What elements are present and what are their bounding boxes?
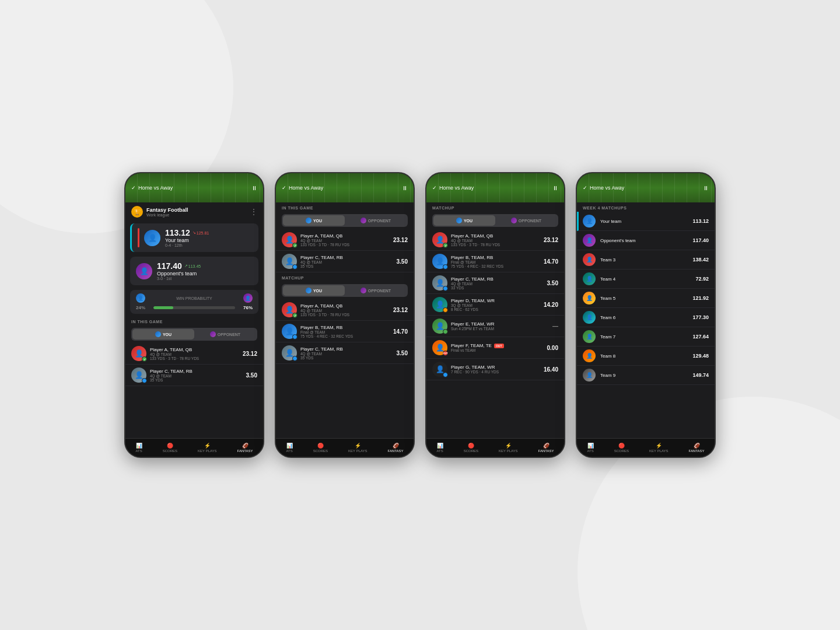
opponent-toggle-3[interactable]: OPPONENT <box>495 215 557 226</box>
week4-team-1[interactable]: 👤 Your team 113.12 <box>577 212 715 231</box>
win-prob-bar <box>153 306 235 309</box>
nav-key-plays-1[interactable]: ⚡ KEY PLAYS <box>198 443 216 453</box>
league-info: 🏆 Fantasy Football Work league <box>131 206 188 218</box>
opponent-record: 3-0 · 1st <box>157 276 253 281</box>
league-text: Fantasy Football Work league <box>146 207 188 217</box>
win-prob-title: WIN PROBABILITY <box>145 296 243 300</box>
live-indicator <box>138 228 139 247</box>
phone-4-content: WEEK 4 MATCHUPS 👤 Your team 113.12 👤 Opp… <box>577 202 715 438</box>
player-1b-name: Player C, TEAM, RB <box>150 369 243 374</box>
p3-player-4[interactable]: 👤 Player D, TEAM, WR 3Q @ TEAM 8 REC · 6… <box>426 294 564 316</box>
phone-4: ✓ Home vs Away ⏸ WEEK 4 MATCHUPS 👤 Your … <box>576 172 716 458</box>
opponent-score-info: 117.40 ↗ 113.45 Opponent's team 3-0 · 1s… <box>157 261 253 281</box>
nav-key-plays-3[interactable]: ⚡KEY PLAYS <box>499 443 517 453</box>
nav-fantasy-1[interactable]: 🏈 FANTASY <box>237 443 253 453</box>
nav-ats-4[interactable]: 📊ATS <box>587 443 594 453</box>
chevron-icon-1: ✓ <box>131 185 136 191</box>
week4-team-2[interactable]: 👤 Opponent's team 117.40 <box>577 231 715 250</box>
nav-scores-1[interactable]: 🔴 SCORES <box>163 443 177 453</box>
phone-2-header: ✓ Home vs Away ⏸ <box>276 173 414 202</box>
opponent-team-card[interactable]: 👤 117.40 ↗ 113.45 Opponent's team 3-0 · … <box>130 257 258 285</box>
player-1a-details: 4Q @ TEAM <box>150 352 239 356</box>
week4-team-3[interactable]: 👤 Team 3 138.42 <box>577 250 715 270</box>
week4-team-6[interactable]: 👤 Team 6 177.30 <box>577 308 715 327</box>
player-1a-avatar: 👤 ✓ <box>131 346 146 361</box>
you-toggle-2b[interactable]: YOU <box>283 285 345 296</box>
week4-team-7[interactable]: 👤 Team 7 127.64 <box>577 327 715 346</box>
header-match-3: ✓ Home vs Away <box>432 185 474 191</box>
your-team-avatar: 👤 <box>144 230 160 246</box>
nav-scores-4[interactable]: 🔴SCORES <box>614 443 629 453</box>
week4-team-5[interactable]: 👤 Team 5 121.92 <box>577 289 715 308</box>
p3-player-1[interactable]: 👤 ✓ Player A, TEAM, QB 4Q @ TEAM 133 YDS… <box>426 229 564 251</box>
pause-btn-4[interactable]: ⏸ <box>703 185 709 191</box>
p2-player-2[interactable]: 👤 Player C, TEAM, RB 4Q @ TEAM 35 YDS 3.… <box>276 251 414 272</box>
p2-player-1[interactable]: 👤 ✓ Player A, TEAM, QB 4Q @ TEAM 133 YDS… <box>276 229 414 251</box>
toggle-bar-2: YOU OPPONENT <box>282 214 408 227</box>
match-label-3: Home vs Away <box>439 185 474 191</box>
nav-fantasy-2[interactable]: 🏈FANTASY <box>388 443 404 453</box>
opponent-avatar: 👤 <box>136 263 152 279</box>
toggle-bar-1: YOU OPPONENT <box>131 328 257 341</box>
you-toggle-3[interactable]: YOU <box>433 215 495 226</box>
week-label: WEEK 4 MATCHUPS <box>577 202 715 212</box>
win-prob-fill <box>153 306 173 309</box>
matchup-label-2: MATCHUP <box>276 272 414 282</box>
bottom-nav-4: 📊ATS 🔴SCORES ⚡KEY PLAYS 🏈FANTASY <box>577 438 715 457</box>
opponent-toggle-1[interactable]: OPPONENT <box>194 329 256 340</box>
p3-player-3[interactable]: 👤 Player C, TEAM, RB 4Q @ TEAM 33 YDS 3.… <box>426 272 564 294</box>
wp-opp-avatar: 👤 <box>243 293 253 303</box>
phones-container: ✓ Home vs Away ⏸ 🏆 Fantasy Football Work… <box>124 172 716 458</box>
nav-fantasy-3[interactable]: 🏈FANTASY <box>538 443 554 453</box>
dots-menu[interactable]: ⋮ <box>250 208 257 216</box>
toggle-bar-3: YOU OPPONENT <box>432 214 558 227</box>
player-1a-score: 23.12 <box>243 351 257 357</box>
week4-team-4[interactable]: 👤 Team 4 72.92 <box>577 270 715 289</box>
you-toggle-2[interactable]: YOU <box>283 215 345 226</box>
player-1a-stats: 133 YDS · 3 TD · 78 RU YDS <box>150 356 239 360</box>
match-label-2: Home vs Away <box>289 185 323 191</box>
phone-1-content: 🏆 Fantasy Football Work league ⋮ 👤 113.1… <box>125 202 263 438</box>
pos-badge-1a: ✓ <box>142 356 147 362</box>
player-row-1b[interactable]: 👤 Player C, TEAM, RB 4Q @ TEAM 35 YDS 3.… <box>125 365 263 386</box>
week4-team-8[interactable]: 👤 Team 8 129.48 <box>577 346 715 366</box>
pos-badge-1b <box>142 378 147 383</box>
league-name: Fantasy Football <box>146 207 188 213</box>
nav-fantasy-4[interactable]: 🏈FANTASY <box>689 443 705 453</box>
league-sub: Work league <box>146 213 188 217</box>
nav-scores-2[interactable]: 🔴SCORES <box>313 443 328 453</box>
player-row-1a[interactable]: 👤 ✓ Player A, TEAM, QB 4Q @ TEAM 133 YDS… <box>125 343 263 365</box>
player-1b-stats: 35 YDS <box>150 378 243 382</box>
your-team-score-info: 113.12 ↘ 125.81 Your team 0-4 · 12th <box>165 228 253 247</box>
opponent-toggle-2b[interactable]: OPPONENT <box>345 285 407 296</box>
week4-team-9[interactable]: 👤 Team 9 149.74 <box>577 366 715 385</box>
league-header: 🏆 Fantasy Football Work league ⋮ <box>125 202 263 221</box>
opponent-name: Opponent's team <box>157 271 253 276</box>
nav-key-plays-4[interactable]: ⚡KEY PLAYS <box>649 443 668 453</box>
pause-btn-2[interactable]: ⏸ <box>402 185 408 191</box>
pause-btn-1[interactable]: ⏸ <box>251 185 257 191</box>
nav-scores-3[interactable]: 🔴SCORES <box>464 443 478 453</box>
matchup-label-3: MATCHUP <box>426 202 564 212</box>
your-team-record: 0-4 · 12th <box>165 243 253 247</box>
p2-matchup-2[interactable]: 👤 Player B, TEAM, RB Final @ TEAM 75 YDS… <box>276 321 414 342</box>
p3-player-7[interactable]: 👤 Player G, TEAM, WR 7 REC · 90 YDS · 4 … <box>426 359 564 380</box>
pause-btn-3[interactable]: ⏸ <box>552 185 558 191</box>
p3-player-2[interactable]: 👤 Player B, TEAM, RB Final @ TEAM 75 YDS… <box>426 251 564 272</box>
nav-ats-1[interactable]: 📊 ATS <box>136 443 142 453</box>
nav-ats-3[interactable]: 📊ATS <box>437 443 443 453</box>
opponent-toggle-2[interactable]: OPPONENT <box>345 215 407 226</box>
opponent-score: 117.40 <box>157 261 182 271</box>
p3-player-6[interactable]: 👤 OUT Player F, TEAM, TE OUT Final vs TE… <box>426 337 564 359</box>
your-team-card[interactable]: 👤 113.12 ↘ 125.81 Your team 0-4 · 12th <box>130 223 258 252</box>
nav-ats-2[interactable]: 📊ATS <box>286 443 293 453</box>
you-toggle-1[interactable]: YOU <box>132 329 194 340</box>
phone-3: ✓ Home vs Away ⏸ MATCHUP YOU OPPONENT <box>425 172 565 458</box>
player-1a-name: Player A, TEAM, QB <box>150 347 239 352</box>
nav-key-plays-2[interactable]: ⚡KEY PLAYS <box>348 443 367 453</box>
phone-2-content: IN THIS GAME YOU OPPONENT 👤 ✓ Player A, … <box>276 202 414 438</box>
p3-player-5[interactable]: 👤 Player E, TEAM, WR Sun 4:25PM ET vs TE… <box>426 316 564 337</box>
p2-matchup-3[interactable]: 👤 Player C, TEAM, RB 4Q @ TEAM 35 YDS 3.… <box>276 342 414 364</box>
p2-matchup-1[interactable]: 👤 ✓ Player A, TEAM, QB 4Q @ TEAM 133 YDS… <box>276 299 414 321</box>
bottom-nav-3: 📊ATS 🔴SCORES ⚡KEY PLAYS 🏈FANTASY <box>426 438 564 457</box>
